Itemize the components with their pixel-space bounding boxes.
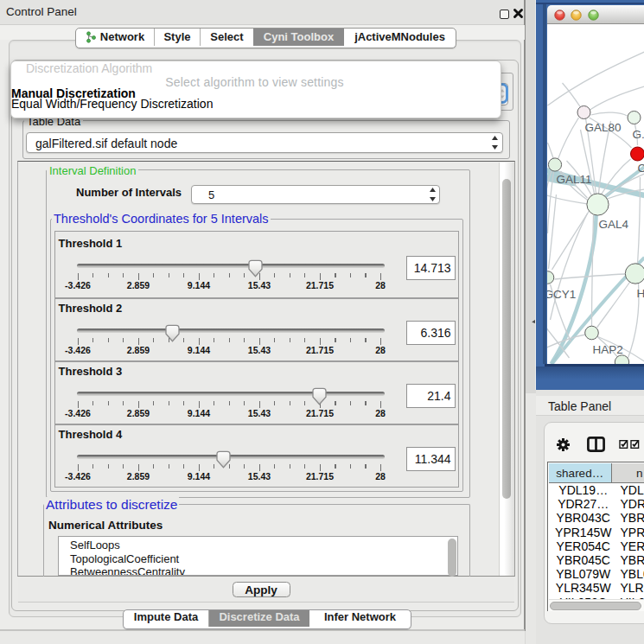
svg-text:GAL4: GAL4 [598, 218, 628, 231]
svg-text:C: C [637, 162, 644, 175]
svg-text:GAL80: GAL80 [584, 121, 621, 134]
svg-text:G.: G. [632, 128, 644, 141]
svg-text:GCY1: GCY1 [547, 288, 576, 301]
svg-text:H: H [636, 287, 644, 300]
svg-text:GAL11: GAL11 [556, 173, 591, 186]
svg-text:HAP2: HAP2 [592, 343, 622, 356]
